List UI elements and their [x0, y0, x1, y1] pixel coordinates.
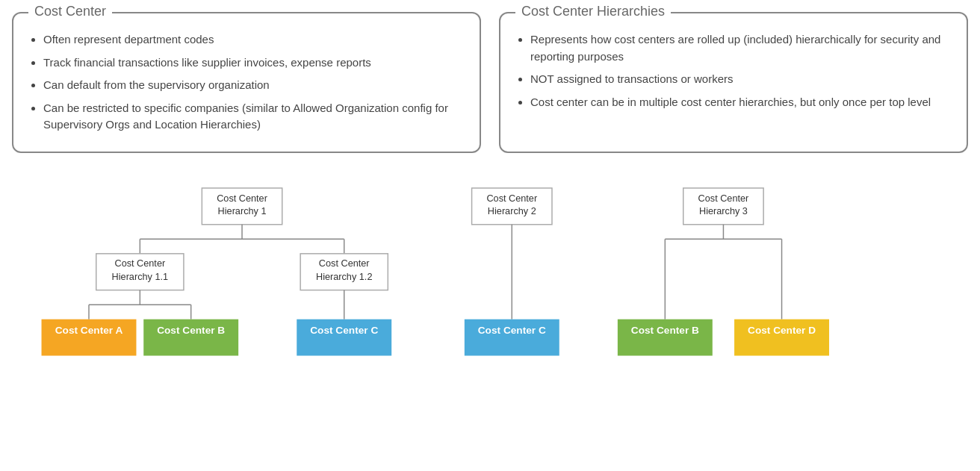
top-section: Cost Center Often represent department c…: [12, 12, 968, 153]
cost-center-b-label-h1-line1: Cost Center B: [157, 325, 225, 336]
cost-center-box: Cost Center Often represent department c…: [12, 12, 481, 153]
cost-center-title: Cost Center: [28, 4, 112, 19]
cost-center-bullet-2: Track financial transactions like suppli…: [43, 54, 465, 72]
h1-2-label-line2: Hierarchy 1.2: [316, 271, 372, 281]
cost-center-list: Often represent department codes Track f…: [28, 31, 465, 134]
diagram-area: Cost Center Hierarchy 1 Cost Center Hier…: [12, 171, 968, 387]
cost-center-hierarchies-box: Cost Center Hierarchies Represents how c…: [499, 12, 968, 153]
h2-root-label-line2: Hierarchy 2: [488, 206, 536, 216]
h1-1-label-line1: Cost Center: [114, 258, 165, 269]
cost-center-bullet-1: Often represent department codes: [43, 31, 465, 49]
cost-center-c-label-h1-line1: Cost Center C: [310, 325, 378, 336]
h1-1-label-line2: Hierarchy 1.1: [112, 271, 168, 281]
cost-center-d-label-h3: Cost Center D: [748, 325, 816, 336]
cost-center-hierarchies-list: Represents how cost centers are rolled u…: [515, 31, 952, 110]
h3-root-label-line1: Cost Center: [698, 193, 749, 203]
cost-center-bullet-4: Can be restricted to specific companies …: [43, 100, 465, 134]
cch-bullet-2: NOT assigned to transactions or workers: [530, 71, 952, 88]
h1-root-label-line2: Hierarchy 1: [218, 206, 267, 216]
cost-center-b-label-h3: Cost Center B: [631, 325, 699, 336]
cost-center-c-label-h2: Cost Center C: [478, 325, 546, 336]
h1-root-label-line1: Cost Center: [217, 193, 267, 203]
diagram-svg: Cost Center Hierarchy 1 Cost Center Hier…: [27, 178, 953, 380]
cost-center-bullet-3: Can default from the supervisory organiz…: [43, 77, 465, 94]
cch-bullet-1: Represents how cost centers are rolled u…: [530, 31, 952, 65]
cost-center-hierarchies-title: Cost Center Hierarchies: [515, 4, 671, 19]
cch-bullet-3: Cost center can be in multiple cost cent…: [530, 94, 952, 111]
h2-root-label-line1: Cost Center: [486, 193, 537, 203]
h1-2-label-line1: Cost Center: [319, 258, 370, 269]
cost-center-a-label-line1: Cost Center A: [55, 325, 123, 336]
h3-root-label-line2: Hierarchy 3: [699, 206, 748, 216]
